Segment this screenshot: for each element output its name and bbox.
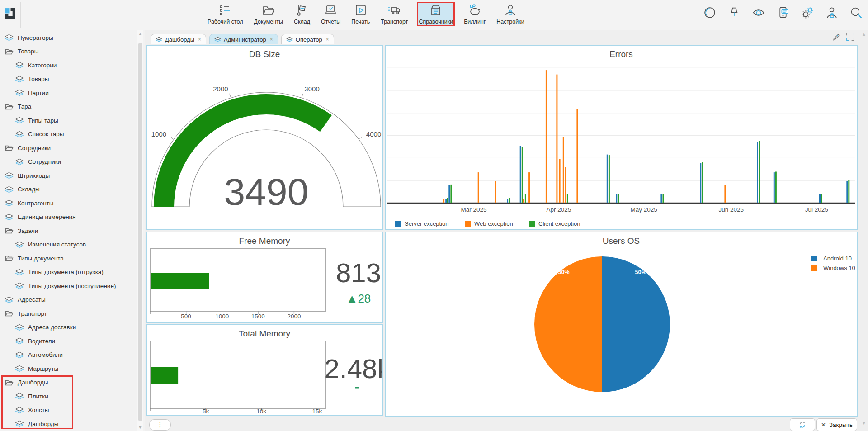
svg-text:▲28: ▲28 bbox=[346, 292, 371, 305]
sidebar-scrollbar[interactable]: ▲ ▼ bbox=[137, 30, 143, 431]
layers-icon bbox=[4, 34, 14, 41]
tree-item-label: Штрихкоды bbox=[18, 172, 50, 179]
transport-icon bbox=[387, 3, 401, 18]
close-button-label: Закрыть bbox=[829, 422, 853, 428]
tree-item-16[interactable]: Типы документа bbox=[0, 251, 136, 265]
panel-total-memory: Total Memory 5k10k15k2.48k bbox=[146, 324, 383, 416]
svg-text:1000: 1000 bbox=[215, 313, 229, 320]
tree-item-28[interactable]: Дашборды bbox=[0, 417, 136, 431]
tree-item-2[interactable]: Категории bbox=[0, 58, 136, 72]
tab-0[interactable]: Дашборды× bbox=[151, 34, 206, 44]
tree-item-26[interactable]: Плитки bbox=[0, 389, 136, 403]
nav-item-print[interactable]: Печать bbox=[349, 2, 372, 26]
tree-item-label: Дашборды bbox=[28, 421, 59, 427]
reports-icon bbox=[324, 3, 338, 18]
nav-item-label: Склад bbox=[294, 19, 310, 25]
svg-text:Web exception: Web exception bbox=[474, 220, 513, 227]
folder-icon bbox=[4, 144, 14, 152]
nav-item-billing[interactable]: Биллинг bbox=[462, 2, 487, 26]
sidebar-scrollbar-thumb[interactable] bbox=[138, 43, 142, 421]
tab-close-icon[interactable]: × bbox=[326, 36, 329, 43]
tree-item-label: Транспорт bbox=[18, 310, 47, 317]
edit-pencil-icon[interactable] bbox=[832, 33, 841, 42]
nav-item-reports[interactable]: Отчеты bbox=[319, 2, 342, 26]
tree-item-13[interactable]: Единицы измерения bbox=[0, 210, 136, 224]
layers-icon bbox=[14, 407, 24, 414]
catalogs-icon bbox=[429, 3, 443, 18]
tree-item-12[interactable]: Контрагенты bbox=[0, 196, 136, 210]
tree-item-6[interactable]: Типы тары bbox=[0, 114, 136, 128]
tree-item-18[interactable]: Типы документа (поступление) bbox=[0, 279, 136, 293]
top-toolbar: Рабочий стол Документы Склад Отчеты Печа… bbox=[0, 0, 868, 30]
tree-item-22[interactable]: Водители bbox=[0, 334, 136, 348]
tree-item-27[interactable]: Холсты bbox=[0, 403, 136, 417]
tree-item-20[interactable]: Транспорт bbox=[0, 307, 136, 321]
nav-item-documents[interactable]: Документы bbox=[252, 2, 284, 26]
search-icon[interactable] bbox=[850, 6, 863, 19]
scroll-down-icon[interactable]: ▼ bbox=[137, 425, 143, 430]
tree-item-8[interactable]: Сотрудники bbox=[0, 141, 136, 155]
tree-item-label: Тара bbox=[18, 103, 31, 110]
folder-icon bbox=[4, 379, 14, 386]
tree-item-7[interactable]: Список тары bbox=[0, 128, 136, 142]
tree-item-25[interactable]: Дашборды bbox=[0, 376, 136, 390]
clock-icon[interactable] bbox=[703, 6, 716, 19]
svg-text:4000: 4000 bbox=[366, 130, 381, 138]
tree-item-9[interactable]: Сотрудники bbox=[0, 155, 136, 169]
svg-text:Apr 2025: Apr 2025 bbox=[547, 206, 571, 213]
kebab-menu-button[interactable]: ⋮ bbox=[149, 419, 171, 431]
nav-item-catalogs[interactable]: Справочники bbox=[417, 2, 455, 26]
chat-phone-icon[interactable] bbox=[777, 6, 789, 19]
layers-icon bbox=[4, 186, 14, 193]
content-scroll-down-icon[interactable]: ▼ bbox=[862, 421, 866, 426]
svg-text:5k: 5k bbox=[203, 408, 209, 415]
layers-icon bbox=[214, 37, 221, 42]
tree-item-label: Список тары bbox=[28, 131, 64, 137]
gears-icon[interactable] bbox=[801, 6, 814, 19]
tab-close-icon[interactable]: × bbox=[198, 36, 201, 43]
tree-item-11[interactable]: Склады bbox=[0, 183, 136, 197]
tree-item-10[interactable]: Штрихкоды bbox=[0, 169, 136, 183]
tree-item-17[interactable]: Типы документа (отгрузка) bbox=[0, 265, 136, 279]
nav-item-warehouse[interactable]: Склад bbox=[292, 2, 312, 26]
refresh-button[interactable] bbox=[790, 418, 815, 431]
nav-item-workspace[interactable]: Рабочий стол bbox=[206, 2, 245, 26]
eye-icon[interactable] bbox=[752, 6, 765, 19]
close-button[interactable]: ✕ Закрыть bbox=[816, 418, 857, 431]
tree-item-19[interactable]: Адресаты bbox=[0, 293, 136, 307]
app-logo-icon[interactable] bbox=[4, 7, 16, 20]
tree-item-label: Холсты bbox=[28, 407, 49, 413]
scroll-up-icon[interactable]: ▲ bbox=[137, 32, 143, 36]
nav-item-label: Печать bbox=[351, 19, 370, 25]
layers-icon bbox=[14, 117, 24, 124]
layers-icon bbox=[14, 76, 24, 83]
nav-item-transport[interactable]: Транспорт bbox=[379, 2, 410, 26]
tree-item-21[interactable]: Адреса доставки bbox=[0, 321, 136, 335]
documents-icon bbox=[262, 3, 275, 18]
tree-item-0[interactable]: Нумераторы bbox=[0, 31, 136, 45]
fullscreen-icon[interactable] bbox=[846, 33, 855, 42]
tree-item-24[interactable]: Маршруты bbox=[0, 362, 136, 376]
refresh-icon bbox=[798, 421, 807, 429]
tree-item-1[interactable]: Товары bbox=[0, 45, 136, 59]
tree-item-label: Товары bbox=[28, 76, 49, 82]
tree-item-15[interactable]: Изменения статусов bbox=[0, 238, 136, 252]
layers-icon bbox=[14, 89, 24, 96]
nav-item-settings-user[interactable]: Настройки bbox=[495, 2, 526, 26]
main-nav: Рабочий стол Документы Склад Отчеты Печа… bbox=[206, 2, 526, 26]
tab-close-icon[interactable]: × bbox=[270, 36, 273, 43]
tab-2[interactable]: Оператор× bbox=[281, 34, 334, 44]
tree-item-label: Типы документа (поступление) bbox=[28, 283, 116, 289]
content-scroll-up-icon[interactable]: ▲ bbox=[862, 32, 866, 37]
tab-1[interactable]: Администратор× bbox=[209, 34, 278, 44]
folder-icon bbox=[4, 103, 14, 110]
pin-icon[interactable] bbox=[728, 6, 741, 19]
layers-icon bbox=[156, 37, 162, 42]
tree-item-5[interactable]: Тара bbox=[0, 100, 136, 114]
tree-item-3[interactable]: Товары bbox=[0, 72, 136, 86]
tree-item-23[interactable]: Автомобили bbox=[0, 348, 136, 362]
tree-item-label: Единицы измерения bbox=[18, 213, 75, 220]
tree-item-4[interactable]: Партии bbox=[0, 86, 136, 100]
user-lock-icon[interactable] bbox=[826, 6, 838, 19]
tree-item-14[interactable]: Задачи bbox=[0, 224, 136, 238]
